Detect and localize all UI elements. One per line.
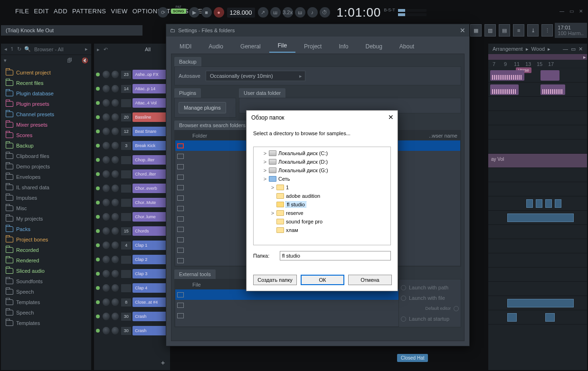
settings-tab-debug[interactable]: Debug — [357, 39, 390, 53]
channel-row[interactable]: Attac..4 Vol — [94, 96, 170, 110]
channel-button[interactable]: Crash — [133, 312, 168, 321]
tree-item[interactable]: >1 — [255, 183, 389, 192]
snap-icon[interactable]: ш — [270, 7, 281, 18]
channel-led[interactable] — [96, 201, 100, 204]
channel-number[interactable]: 3 — [121, 142, 131, 150]
channel-number[interactable]: 4 — [121, 241, 131, 250]
menu-patterns[interactable]: PATTERNS — [70, 8, 108, 16]
pan-knob[interactable] — [103, 185, 110, 192]
channel-row[interactable]: 20Bassline — [94, 110, 170, 124]
track-row[interactable] — [488, 139, 587, 154]
vol-knob[interactable] — [112, 270, 119, 278]
channel-row[interactable]: 30Crash — [94, 309, 170, 324]
track-row[interactable] — [488, 125, 587, 139]
note-block[interactable] — [526, 199, 533, 208]
track-row[interactable] — [488, 239, 587, 253]
browser-icon[interactable]: ⤓ — [527, 24, 539, 37]
channel-number[interactable]: 14 — [121, 85, 131, 93]
browser-item[interactable]: Recorded — [1, 245, 91, 255]
channel-button[interactable]: Chor..Mute — [133, 198, 168, 207]
channel-row[interactable]: Chor..Mute — [94, 195, 170, 210]
note-block[interactable] — [507, 299, 574, 307]
settings-tab-general[interactable]: General — [232, 39, 269, 53]
browser-item[interactable]: Demo projects — [1, 161, 91, 172]
channel-button[interactable]: Clap 1 — [133, 241, 168, 250]
browser-item[interactable]: Clipboard files — [1, 151, 91, 161]
channel-led[interactable] — [96, 272, 100, 276]
track-row[interactable] — [488, 211, 587, 225]
track-row[interactable] — [488, 196, 587, 211]
browser-item[interactable]: Current project — [1, 67, 91, 78]
browser-item[interactable]: Templates — [1, 318, 91, 328]
track-row[interactable] — [488, 168, 587, 182]
vol-knob[interactable] — [112, 241, 119, 249]
channel-row[interactable]: 23Ashe..op FX — [94, 67, 170, 82]
folder-name-input[interactable] — [280, 251, 391, 260]
channel-led[interactable] — [96, 243, 100, 247]
mute-icon[interactable]: 🔇 — [82, 57, 88, 64]
note-block[interactable] — [507, 213, 574, 222]
channel-led[interactable] — [96, 115, 100, 119]
menu-view[interactable]: VIEW — [108, 8, 130, 16]
browser-item[interactable]: Rendered — [1, 255, 91, 266]
channel-row[interactable]: 14Attac..p 14 — [94, 82, 170, 96]
plugin-icon[interactable]: ⋮ — [541, 24, 553, 37]
pan-knob[interactable] — [103, 156, 110, 164]
settings-tab-info[interactable]: Info — [330, 39, 357, 53]
channel-button[interactable]: Chords — [133, 226, 168, 236]
channel-number[interactable] — [121, 156, 131, 164]
vol-knob[interactable] — [112, 298, 119, 306]
browser-item[interactable]: Scores — [1, 130, 91, 140]
vol-knob[interactable] — [112, 256, 119, 263]
pan-knob[interactable] — [103, 313, 110, 320]
sync-icon[interactable]: ⟳ — [158, 7, 168, 18]
tool-icon[interactable]: ↗ — [258, 7, 268, 18]
browser-item[interactable]: Backup — [1, 140, 91, 151]
collapse-icon[interactable]: ▾ — [4, 57, 7, 64]
channel-led[interactable] — [96, 172, 100, 176]
vol-knob[interactable] — [112, 185, 119, 192]
pan-knob[interactable] — [103, 284, 110, 292]
channel-led[interactable] — [96, 158, 100, 162]
browser-item[interactable]: Plugin presets — [1, 99, 91, 109]
channel-row[interactable]: Chord..ilter — [94, 167, 170, 181]
close-button[interactable]: ✕ — [577, 8, 585, 14]
note-block[interactable] — [507, 313, 517, 322]
channel-number[interactable]: 8 — [121, 298, 131, 306]
browser-item[interactable]: Channel presets — [1, 109, 91, 120]
channel-button[interactable]: Close..at #4 — [133, 297, 168, 307]
channel-button[interactable]: Break Kick — [133, 141, 168, 150]
vol-knob[interactable] — [112, 327, 119, 334]
channel-number[interactable] — [121, 270, 131, 278]
pan-knob[interactable] — [103, 113, 110, 121]
pan-knob[interactable] — [103, 128, 110, 135]
closed-hat-clip[interactable]: Closed Hat — [397, 354, 428, 362]
mixer-icon[interactable]: ≡ — [513, 24, 524, 37]
vol-knob[interactable] — [112, 99, 119, 107]
track-row[interactable] — [488, 253, 587, 268]
vol-knob[interactable] — [112, 156, 119, 164]
browser-item[interactable]: Envelopes — [1, 172, 91, 182]
browser-item[interactable]: Project bones — [1, 234, 91, 245]
channel-number[interactable] — [121, 256, 131, 264]
track-row[interactable] — [488, 83, 587, 97]
launch-option[interactable]: Launch with path — [401, 282, 459, 293]
time-display[interactable]: 1:01:00 — [337, 5, 381, 20]
piano-roll-icon[interactable]: ▥ — [484, 24, 496, 37]
channel-button[interactable]: Chor..everb — [133, 184, 168, 193]
channel-button[interactable]: Chor..lume — [133, 212, 168, 222]
channel-number[interactable]: 15 — [121, 227, 131, 235]
menu-file[interactable]: FILE — [13, 8, 31, 16]
autosave-dropdown[interactable]: Occasionally (every 10min) — [206, 71, 305, 81]
rack-undo-icon[interactable]: ↶ — [104, 46, 108, 53]
pan-knob[interactable] — [103, 227, 110, 235]
metronome-icon[interactable]: ♪ — [307, 7, 318, 18]
zoom-icon[interactable]: 3.2x — [283, 7, 293, 18]
pan-knob[interactable] — [103, 327, 110, 334]
expand-icon[interactable]: ▸ — [85, 46, 88, 52]
back-icon[interactable]: ◂ — [4, 46, 7, 52]
pan-knob[interactable] — [103, 256, 110, 263]
channel-led[interactable] — [96, 286, 100, 290]
external-tool-row[interactable] — [175, 300, 398, 310]
vol-knob[interactable] — [112, 85, 119, 93]
